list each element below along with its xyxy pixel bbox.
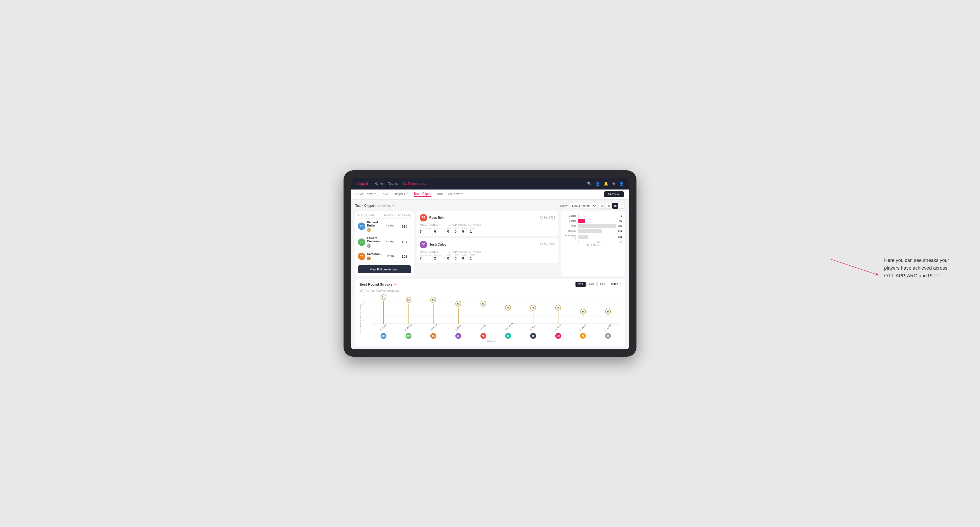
avatar-icon[interactable]: 👤: [619, 181, 624, 186]
streaks-tabs: OTT APP ARG PUTT: [576, 282, 620, 287]
card-date: 02 Sep 2023: [540, 216, 555, 219]
streak-bubble: 5x: [480, 301, 486, 306]
player-avatar: EE: [380, 333, 387, 339]
nav-my-performance[interactable]: My Performance: [403, 182, 426, 186]
total-rounds-group: Total Rounds Tournament 7 Practice 6: [420, 224, 442, 233]
add-team-button[interactable]: Add Team: [604, 191, 624, 197]
streak-bar-area: 4x: [546, 294, 571, 324]
score-distribution-chart: Eagles 3 Birdies 96: [563, 214, 622, 246]
ott-stat: OTT 0: [447, 227, 451, 233]
pb-avg: 110: [398, 224, 411, 229]
subnav-pgat[interactable]: PGAT Players: [356, 192, 376, 197]
arg-val: 0: [462, 229, 466, 233]
app-label: APP: [455, 227, 459, 229]
x-axis-labels: 0 200 400: [563, 241, 622, 243]
practice-val: 6: [434, 229, 442, 233]
subnav-hcaps[interactable]: Hcaps 1-5: [394, 192, 408, 197]
subnav-tour[interactable]: Tour: [437, 192, 443, 197]
player-row[interactable]: CA Cameron... 3 17/20 103: [358, 250, 411, 263]
team-count: | 14 Players: [375, 204, 391, 207]
subnav-team-clippd[interactable]: Team Clippd: [414, 192, 431, 197]
card-avatar: RB: [420, 214, 427, 221]
ott-label: OTT: [447, 254, 451, 256]
player-row[interactable]: RB Richard Butler 1 19/20 110: [358, 219, 411, 235]
table-header: PLAYER NAME PB SCORE PB AVG SQ: [358, 214, 411, 219]
player-name-label: D. Ford: [530, 324, 536, 331]
ott-stat: OTT 0: [447, 254, 451, 260]
tpa-label: Total Practice Activities: [447, 224, 481, 226]
x-axis-title: Total Shots: [563, 244, 622, 246]
settings-icon[interactable]: ⚙: [612, 181, 616, 186]
avatars-row: EE BM DB JC RB: [363, 332, 620, 339]
bar-container: [578, 235, 616, 239]
x-label-0: 0: [578, 241, 579, 243]
streak-bar-area: 5x: [446, 294, 471, 324]
x-label-400: 400: [619, 241, 622, 243]
nav-bar: clippd Home Teams My Performance 🔍 👤 🔔 ⚙…: [351, 178, 629, 189]
col-header-pb: PB SCORE: [382, 214, 398, 217]
player-info: Richard Butler 1: [367, 221, 382, 232]
player-name-label: J. Coles: [455, 324, 462, 331]
team-header: Team Clippd | 14 Players ✏ Show Last 3 m…: [355, 203, 625, 209]
streaks-section: Best Round Streaks ← OTT APP ARG PUTT Of…: [355, 279, 625, 346]
streak-player-col: 6x: [396, 294, 421, 324]
player-avatar: BM: [406, 333, 412, 339]
tournament-label: Tournament: [420, 254, 431, 256]
streak-bar-area: 5x: [471, 294, 496, 324]
streak-line: [433, 304, 434, 324]
view-full-leaderboard-button[interactable]: View Full Leaderboard: [358, 265, 411, 273]
tpa-sub: OTT 0 APP 0 ARG 0: [447, 227, 481, 233]
player-name-col: E. Ebert: [371, 324, 396, 329]
streak-player-col: 4x: [496, 294, 521, 324]
player-name-label: R. Britt: [480, 324, 487, 331]
tab-arg[interactable]: ARG: [597, 282, 608, 287]
card-header: RB Rees Britt 02 Sep 2023: [420, 214, 555, 221]
player-name-label: E. Ebert: [380, 324, 387, 331]
streak-line: [533, 312, 533, 324]
player-name-label: C. Quick: [604, 324, 612, 332]
avatar-col: EE: [371, 332, 396, 339]
nav-links: Home Teams My Performance: [374, 182, 426, 186]
list-view-btn[interactable]: ☰: [606, 203, 611, 209]
chart-view-btn[interactable]: ▦: [612, 203, 618, 209]
grid-view-btn[interactable]: ⊞: [599, 203, 605, 209]
streak-bar-area: 6x: [396, 294, 421, 324]
player-name-label: M. Miller: [554, 324, 562, 332]
user-icon[interactable]: 👤: [595, 181, 600, 186]
bar-container: [578, 229, 616, 233]
player-name-label: R. Butler: [579, 324, 587, 332]
tab-putt[interactable]: PUTT: [609, 282, 620, 287]
period-select[interactable]: Last 3 months: [569, 203, 597, 208]
player-avatar: RB: [580, 333, 586, 339]
bell-icon[interactable]: 🔔: [604, 181, 608, 186]
pb-avg: 107: [398, 240, 411, 244]
bar-fill-eagles: [578, 214, 578, 218]
tab-ott[interactable]: OTT: [576, 282, 585, 287]
nav-home[interactable]: Home: [374, 182, 383, 186]
export-btn[interactable]: ↧: [619, 203, 625, 209]
streak-bar-area: 4x: [496, 294, 521, 324]
streak-line: [583, 316, 584, 324]
subnav-all-players[interactable]: All Players: [448, 192, 463, 197]
edit-icon[interactable]: ✏: [392, 204, 395, 207]
player-name-col: D. Ford: [520, 324, 546, 329]
player-name-col: M. Miller: [546, 324, 571, 329]
streak-line: [608, 316, 608, 324]
bar-row-bogeys: Bogeys 311: [563, 229, 622, 233]
app-stat: APP 0: [455, 254, 459, 260]
player-avatar: CQ: [605, 333, 611, 339]
player-row[interactable]: EC Edward Crossman 2 18/20 107: [358, 234, 411, 250]
card-player-name: Rees Britt: [429, 216, 540, 220]
player-name-col: J. Coles: [446, 324, 471, 329]
search-icon[interactable]: 🔍: [587, 181, 592, 186]
streak-line: [508, 312, 509, 324]
streak-bubble: 4x: [555, 305, 561, 311]
card-stats: Total Rounds Tournament 7 Practice 6: [420, 224, 555, 233]
nav-teams[interactable]: Teams: [388, 182, 398, 186]
tab-app[interactable]: APP: [586, 282, 597, 287]
bar-container: [578, 219, 617, 223]
player-avatar: MM: [555, 333, 561, 339]
subnav-pga[interactable]: PGA: [382, 192, 388, 197]
arg-val: 0: [462, 256, 466, 260]
arg-stat: ARG 0: [462, 254, 466, 260]
